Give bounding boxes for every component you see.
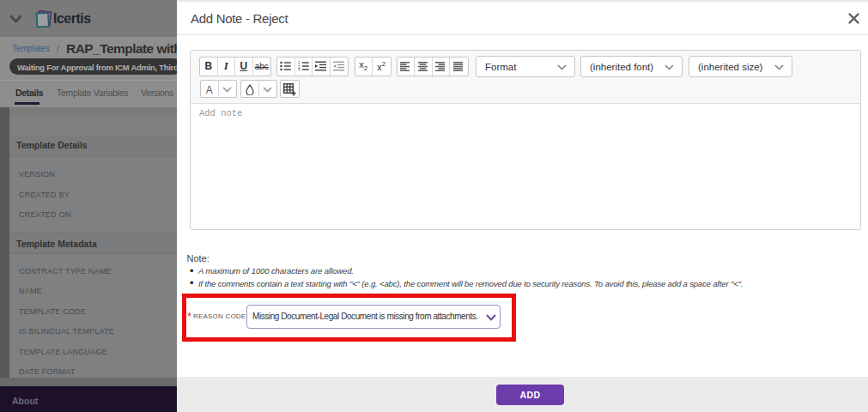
svg-text:3: 3 [298,69,300,71]
